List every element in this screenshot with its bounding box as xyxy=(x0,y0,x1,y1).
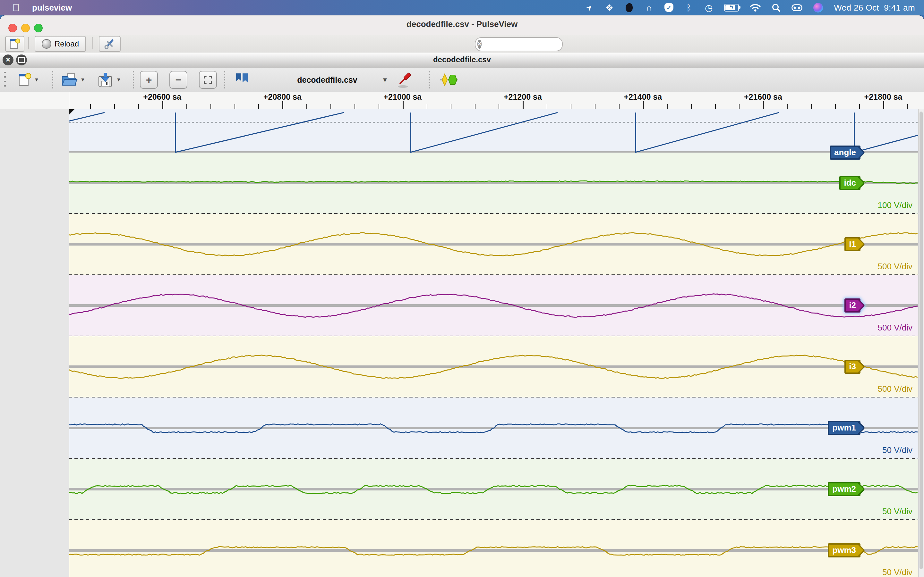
plus-icon: + xyxy=(140,71,158,89)
zoom-fit-icon xyxy=(204,76,212,84)
ruler-major-tick xyxy=(883,101,884,109)
ruler-minor-tick xyxy=(547,104,548,109)
ruler-minor-tick xyxy=(258,104,259,109)
ruler-minor-tick xyxy=(787,104,788,109)
ink-blob-icon[interactable] xyxy=(625,3,634,13)
spotlight-icon[interactable] xyxy=(772,3,780,13)
arc-icon[interactable]: ∩ xyxy=(645,3,654,13)
save-file-button[interactable]: ▼ xyxy=(96,71,121,89)
trace-label-pwm3[interactable]: pwm3 xyxy=(828,543,861,558)
ruler-major-tick xyxy=(282,101,283,109)
ruler-minor-tick xyxy=(451,104,451,109)
ruler-minor-tick xyxy=(859,104,860,109)
waveform-area[interactable] xyxy=(69,109,919,577)
ruler-minor-tick xyxy=(114,104,115,109)
session-toolbar: Reload × xyxy=(0,35,924,53)
pulseview-window: decodedfile.csv - PulseView Reload × × d… xyxy=(0,15,924,577)
ruler-minor-tick xyxy=(595,104,596,109)
waveform-i2 xyxy=(69,294,918,318)
vertical-scrollbar[interactable] xyxy=(918,109,924,577)
location-icon[interactable]: ➤ xyxy=(583,1,596,15)
run-stop-button[interactable] xyxy=(439,71,459,89)
ruler-major-tick xyxy=(523,101,523,109)
time-machine-icon[interactable]: ◷ xyxy=(704,3,713,13)
bluetooth-icon[interactable]: ᛒ xyxy=(684,3,693,13)
clear-search-icon[interactable]: × xyxy=(477,40,481,49)
waveforms-svg xyxy=(69,109,919,577)
new-session-button[interactable]: ▼ xyxy=(17,71,39,89)
session-tab-bar: × decodedfile.csv xyxy=(0,53,924,69)
ruler-minor-tick xyxy=(355,104,355,109)
new-view-button[interactable] xyxy=(5,36,24,52)
waveform-i3 xyxy=(69,355,918,379)
filter-search-field[interactable]: × xyxy=(475,37,563,51)
session-tab-title[interactable]: decodedfile.csv xyxy=(0,55,924,64)
time-ruler[interactable]: +20600 sa+20800 sa+21000 sa+21200 sa+214… xyxy=(0,92,924,109)
ruler-minor-tick xyxy=(330,104,331,109)
search-input[interactable] xyxy=(481,40,589,49)
ruler-major-tick xyxy=(162,101,163,109)
wrench-screwdriver-icon xyxy=(103,37,116,50)
toolbar-drag-handle[interactable] xyxy=(4,72,6,88)
scrollbar-thumb[interactable] xyxy=(919,111,923,569)
trace-label-i2[interactable]: i2 xyxy=(845,298,861,313)
menu-clock[interactable]: Wed 26 Oct 9:41 am xyxy=(834,3,915,13)
control-center-icon[interactable] xyxy=(792,3,803,13)
dropbox-icon[interactable]: ❖ xyxy=(605,3,614,13)
trace-view[interactable]: +20600 sa+20800 sa+21000 sa+21200 sa+214… xyxy=(0,92,924,577)
shield-check-icon[interactable]: ✓ xyxy=(664,3,674,13)
ruler-minor-tick xyxy=(811,104,812,109)
zoom-out-button[interactable]: − xyxy=(170,71,187,89)
toolbar-separator xyxy=(52,71,53,89)
trace-label-angle[interactable]: angle xyxy=(830,145,861,160)
reload-icon xyxy=(42,39,51,49)
ruler-minor-tick xyxy=(715,104,716,109)
waveform-pwm3 xyxy=(69,546,918,555)
ruler-tick-label: +20600 sa xyxy=(143,92,181,102)
ruler-tick-label: +20800 sa xyxy=(263,92,302,102)
settings-tools-button[interactable] xyxy=(99,36,121,52)
new-session-icon xyxy=(17,71,32,88)
device-selector[interactable]: decodedfile.csv xyxy=(270,71,385,89)
chevron-down-icon[interactable]: ▼ xyxy=(34,77,39,83)
battery-icon[interactable]: ϟ xyxy=(724,3,739,13)
ruler-minor-tick xyxy=(138,104,139,109)
show-cursors-button[interactable] xyxy=(234,71,250,89)
wifi-icon[interactable] xyxy=(750,3,761,13)
trace-label-pwm1[interactable]: pwm1 xyxy=(828,421,861,435)
siri-icon[interactable] xyxy=(813,3,823,13)
ruler-minor-tick xyxy=(907,104,908,109)
save-file-icon xyxy=(96,71,114,88)
trace-label-i3[interactable]: i3 xyxy=(845,359,861,374)
trace-label-idc[interactable]: idc xyxy=(839,176,861,190)
ruler-minor-tick xyxy=(234,104,235,109)
probe-icon xyxy=(395,71,414,89)
ruler-minor-tick xyxy=(739,104,740,109)
ruler-tick-label: +21800 sa xyxy=(864,92,903,102)
waveform-angle xyxy=(69,113,919,152)
app-menu-title[interactable]: pulseview xyxy=(32,3,72,13)
new-view-icon xyxy=(9,38,21,50)
chevron-down-icon[interactable]: ▼ xyxy=(116,77,121,83)
ruler-minor-tick xyxy=(667,104,668,109)
ruler-minor-tick xyxy=(619,104,620,109)
waveform-pwm2 xyxy=(69,485,918,494)
ruler-major-tick xyxy=(403,101,404,109)
configure-channels-button[interactable] xyxy=(395,71,414,89)
zoom-fit-button[interactable] xyxy=(199,71,217,89)
apple-menu-icon[interactable]:  xyxy=(11,3,21,13)
flags-icon xyxy=(234,72,250,87)
ruler-major-tick xyxy=(763,101,764,109)
macos-menu-bar:  pulseview ➤ ❖ ∩ ✓ ᛒ ◷ ϟ Wed 26 Oct 9:4… xyxy=(0,0,924,15)
reload-button[interactable]: Reload xyxy=(35,36,86,52)
open-file-button[interactable]: ▼ xyxy=(60,71,86,89)
window-titlebar[interactable]: decodedfile.csv - PulseView xyxy=(0,15,924,35)
zoom-in-button[interactable]: + xyxy=(140,71,158,89)
chevron-down-icon[interactable]: ▼ xyxy=(80,77,86,83)
trace-label-i1[interactable]: i1 xyxy=(845,237,861,251)
ruler-minor-tick xyxy=(186,104,187,109)
minus-icon: − xyxy=(170,71,187,89)
run-icon xyxy=(439,72,459,87)
device-dropdown-arrow[interactable]: ▼ xyxy=(380,71,388,89)
trace-label-pwm2[interactable]: pwm2 xyxy=(828,482,861,496)
